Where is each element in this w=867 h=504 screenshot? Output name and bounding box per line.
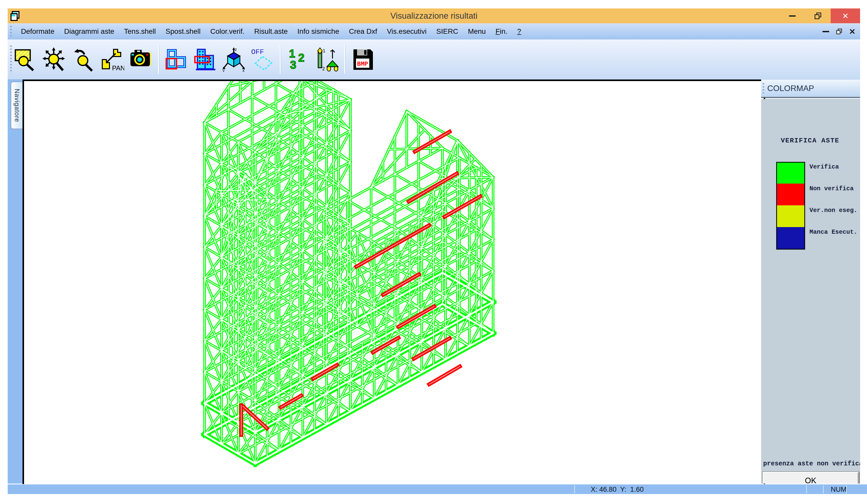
zoom-extents-button[interactable] xyxy=(40,44,69,75)
status-separator xyxy=(823,485,824,493)
mdi-close-button[interactable]: ✕ xyxy=(849,27,856,36)
zoom-window-icon xyxy=(14,47,39,72)
numbering-icon: 123 xyxy=(286,47,310,72)
model-canvas[interactable] xyxy=(22,79,765,491)
plane-off-icon: OFF xyxy=(250,47,275,72)
colormap-footer-note: presenza aste non verifica xyxy=(763,460,860,468)
toolbar-separator xyxy=(280,45,281,74)
colormap-title: COLORMAP xyxy=(764,84,814,93)
menu-item-[interactable]: ? xyxy=(517,28,521,35)
status-coordinates: X: 46.80 Y: 1.60 xyxy=(591,485,644,494)
mdi-restore-button[interactable] xyxy=(836,29,842,34)
view-axes-cube-icon: z y x xyxy=(222,47,246,72)
toolbar-separator xyxy=(158,45,159,74)
menu-item-sierc[interactable]: SIERC xyxy=(436,28,458,35)
menu-item-diagrammi-aste[interactable]: Diagrammi aste xyxy=(64,28,114,35)
mdi-minimize-button[interactable] xyxy=(823,31,829,32)
menubar: DeformateDiagrammi asteTens.shellSpost.s… xyxy=(8,23,860,39)
view-axes-cube-button[interactable]: z y x xyxy=(220,44,248,75)
legend-swatch xyxy=(776,162,805,184)
svg-text:BMP: BMP xyxy=(357,61,368,67)
pan-icon: PAN xyxy=(100,47,124,72)
snapshot-button[interactable] xyxy=(126,44,155,75)
restore-button[interactable] xyxy=(805,9,831,23)
snapshot-icon xyxy=(128,47,153,72)
toolbar-separator xyxy=(344,45,345,74)
titlebar: Visualizzazione risultati ✕ xyxy=(8,9,860,23)
workarea: Navigatore COLORMAP VERIFICA ASTE Verifi… xyxy=(8,79,860,484)
legend-swatch xyxy=(776,205,805,228)
view-frame-button[interactable] xyxy=(162,44,191,75)
local-axes-icon: 1 2 xyxy=(314,47,339,72)
zoom-previous-icon xyxy=(71,47,96,72)
svg-text:x: x xyxy=(243,68,245,72)
svg-text:2: 2 xyxy=(322,66,325,71)
menu-item-info-sismiche[interactable]: Info sismiche xyxy=(298,28,339,35)
ok-button[interactable]: OK xyxy=(762,471,859,484)
menu-item-spost-shell[interactable]: Spost.shell xyxy=(165,28,201,35)
numbering-button[interactable]: 123 xyxy=(284,44,312,75)
status-separator xyxy=(806,485,807,493)
local-axes-button[interactable]: 1 2 xyxy=(312,44,341,75)
menu-item-fin[interactable]: Fin. xyxy=(495,28,507,35)
structure-wireframe xyxy=(24,81,764,490)
legend-title: VERIFICA ASTE xyxy=(781,137,839,144)
colormap-body: VERIFICA ASTE VerificaNon verificaVer.no… xyxy=(761,99,860,484)
legend-label: Verifica xyxy=(810,163,839,170)
svg-text:3: 3 xyxy=(290,58,296,71)
svg-text:OFF: OFF xyxy=(251,48,264,56)
legend-label: Ver.non eseg. xyxy=(810,207,857,214)
left-dock-strip xyxy=(8,79,22,484)
app-window: Visualizzazione risultati ✕ DeformateDia… xyxy=(8,9,860,484)
colormap-dock: COLORMAP VERIFICA ASTE VerificaNon verif… xyxy=(761,79,860,484)
legend-swatch xyxy=(776,227,805,249)
svg-text:PAN: PAN xyxy=(112,64,124,72)
navigator-tab[interactable]: Navigatore xyxy=(11,82,23,129)
legend-label: Manca Esecut. xyxy=(810,228,857,236)
menu-item-tens-shell[interactable]: Tens.shell xyxy=(124,28,156,35)
menu-item-vis-esecutivi[interactable]: Vis.esecutivi xyxy=(387,28,427,35)
svg-text:1: 1 xyxy=(289,47,295,60)
zoom-window-button[interactable] xyxy=(12,44,40,75)
close-button[interactable]: ✕ xyxy=(831,9,860,23)
zoom-extents-icon xyxy=(42,47,67,72)
mdi-controls: ✕ xyxy=(823,23,856,39)
legend-label: Non verifica xyxy=(810,185,854,192)
plane-off-button[interactable]: OFF xyxy=(248,44,277,75)
status-num-lock: NUM xyxy=(824,485,853,494)
menu-item-color-verif[interactable]: Color.verif. xyxy=(210,28,245,35)
view-frame-icon xyxy=(164,47,189,72)
svg-text:1: 1 xyxy=(323,48,325,53)
menu-item-crea-dxf[interactable]: Crea Dxf xyxy=(349,28,377,35)
pan-button[interactable]: PAN xyxy=(98,44,126,75)
window-title: Visualizzazione risultati xyxy=(8,11,860,21)
save-bmp-icon: BMP xyxy=(350,47,375,72)
colormap-header: COLORMAP xyxy=(761,79,860,98)
menu-item-menu[interactable]: Menu xyxy=(468,28,486,35)
save-bmp-button[interactable]: BMP xyxy=(348,44,377,75)
toolbar: PAN xyxy=(8,40,860,79)
svg-text:2: 2 xyxy=(298,51,304,64)
menu-items: DeformateDiagrammi asteTens.shellSpost.s… xyxy=(12,28,521,35)
status-separator xyxy=(574,485,575,493)
zoom-previous-button[interactable] xyxy=(69,44,98,75)
menu-item-deformate[interactable]: Deformate xyxy=(21,28,54,35)
view-building-button[interactable] xyxy=(191,44,220,75)
statusbar: X: 46.80 Y: 1.60 NUM xyxy=(8,484,867,494)
legend-swatch xyxy=(776,184,805,206)
svg-text:y: y xyxy=(223,68,225,72)
view-building-icon xyxy=(193,47,217,72)
menu-item-risult-aste[interactable]: Risult.aste xyxy=(254,28,288,35)
navigator-tab-label: Navigatore xyxy=(13,89,21,122)
minimize-button[interactable] xyxy=(780,9,805,23)
svg-text:z: z xyxy=(235,47,237,52)
